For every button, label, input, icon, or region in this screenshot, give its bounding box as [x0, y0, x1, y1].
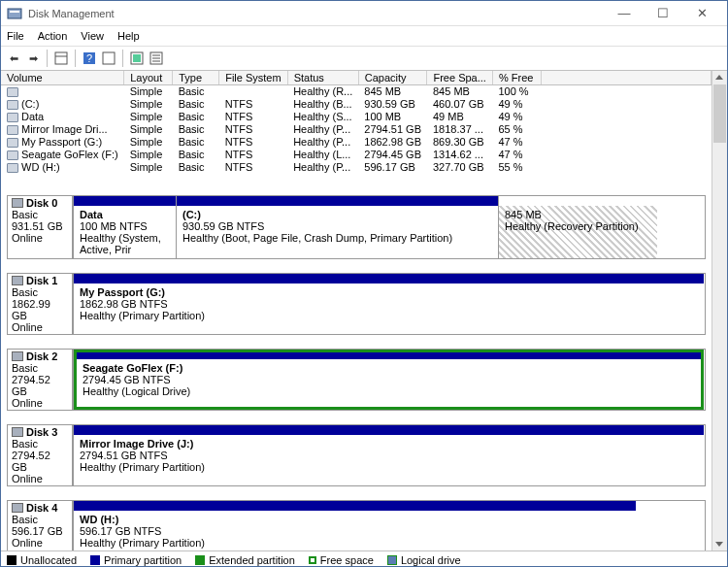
table-row[interactable]: WD (H:)SimpleBasicNTFSHealthy (P...596.1…: [1, 161, 711, 174]
vol-layout: Simple: [124, 161, 173, 174]
vol-free: 460.07 GB: [427, 98, 492, 111]
disk-type: Basic: [12, 514, 68, 525]
disk-info[interactable]: Disk 0Basic931.51 GBOnline: [7, 195, 73, 259]
menu-file[interactable]: File: [7, 30, 24, 42]
disk-row: Disk 2Basic2794.52 GBOnlineSeagate GoFle…: [7, 349, 706, 411]
disk-layout: WD (H:)596.17 GB NTFSHealthy (Primary Pa…: [73, 500, 706, 551]
volume-icon: [7, 163, 18, 173]
titlebar: Disk Management — ☐ ✕: [1, 1, 727, 26]
table-row[interactable]: (C:)SimpleBasicNTFSHealthy (B...930.59 G…: [1, 98, 711, 111]
vol-pct: 100 %: [492, 85, 541, 98]
forward-button[interactable]: ➡: [24, 50, 42, 67]
help-icon[interactable]: ?: [81, 50, 98, 67]
table-row[interactable]: Mirror Image Dri...SimpleBasicNTFSHealth…: [1, 123, 711, 136]
menu-view[interactable]: View: [81, 30, 104, 42]
col-status[interactable]: Status: [287, 71, 358, 85]
table-row[interactable]: SimpleBasicHealthy (R...845 MB845 MB100 …: [1, 85, 711, 98]
vol-name: Mirror Image Dri...: [21, 123, 108, 135]
swatch-logical: [387, 555, 397, 565]
refresh-icon[interactable]: [128, 50, 146, 67]
disk-layout: My Passport (G:)1862.98 GB NTFSHealthy (…: [73, 273, 706, 335]
col-freespace[interactable]: Free Spa...: [427, 71, 492, 85]
col-capacity[interactable]: Capacity: [358, 71, 427, 85]
table-row[interactable]: DataSimpleBasicNTFSHealthy (S...100 MB49…: [1, 111, 711, 123]
vol-cap: 596.17 GB: [358, 161, 427, 174]
vol-fs: NTFS: [219, 161, 287, 174]
vol-fs: [219, 85, 287, 98]
vol-cap: 2794.45 GB: [358, 149, 427, 161]
disk-icon: [12, 351, 23, 361]
svg-rect-8: [133, 54, 141, 62]
vol-cap: 930.59 GB: [358, 98, 427, 111]
vol-pct: 47 %: [492, 149, 541, 161]
minimize-button[interactable]: —: [605, 6, 644, 20]
col-filesystem[interactable]: File System: [219, 71, 287, 85]
swatch-unallocated: [7, 555, 17, 565]
toolbar: ⬅ ➡ ?: [1, 46, 727, 71]
table-row[interactable]: My Passport (G:)SimpleBasicNTFSHealthy (…: [1, 136, 711, 149]
vol-type: Basic: [173, 85, 219, 98]
partition-name: Seagate GoFlex (F:): [83, 362, 695, 374]
volume-table[interactable]: Volume Layout Type File System Status Ca…: [1, 71, 711, 174]
maximize-button[interactable]: ☐: [644, 6, 682, 20]
toolbar-icon-1[interactable]: [52, 50, 70, 67]
swatch-freespace: [309, 556, 316, 564]
vol-fs: NTFS: [219, 98, 287, 111]
partition-logical[interactable]: Seagate GoFlex (F:)2794.45 GB NTFSHealth…: [73, 350, 704, 410]
back-button[interactable]: ⬅: [5, 50, 22, 67]
col-layout[interactable]: Layout: [124, 71, 173, 85]
table-row[interactable]: Seagate GoFlex (F:)SimpleBasicNTFSHealth…: [1, 149, 711, 161]
legend-primary: Primary partition: [104, 554, 182, 566]
vol-cap: 845 MB: [358, 85, 427, 98]
partition[interactable]: 845 MBHealthy (Recovery Partition): [498, 196, 657, 258]
partition[interactable]: My Passport (G:)1862.98 GB NTFSHealthy (…: [73, 274, 704, 334]
partition-size: 930.59 GB NTFS: [182, 220, 492, 232]
partition-name: Data: [80, 209, 170, 220]
vol-pct: 65 %: [492, 123, 541, 136]
partition[interactable]: (C:)930.59 GB NTFSHealthy (Boot, Page Fi…: [176, 196, 498, 258]
svg-text:?: ?: [86, 52, 92, 64]
vol-cap: 2794.51 GB: [358, 123, 427, 136]
partition[interactable]: Data100 MB NTFSHealthy (System, Active, …: [73, 196, 176, 258]
window-title: Disk Management: [28, 8, 115, 19]
svg-rect-1: [10, 11, 19, 13]
vol-type: Basic: [173, 123, 219, 136]
toolbar-icon-5[interactable]: [148, 50, 165, 67]
partition[interactable]: Mirror Image Drive (J:)2794.51 GB NTFSHe…: [73, 425, 704, 485]
vol-fs: NTFS: [219, 149, 287, 161]
disk-info[interactable]: Disk 2Basic2794.52 GBOnline: [7, 349, 73, 411]
partition-status: Healthy (Recovery Partition): [505, 220, 651, 232]
menu-action[interactable]: Action: [38, 30, 68, 42]
close-button[interactable]: ✕: [682, 6, 721, 20]
disk-label: Disk 3: [26, 426, 57, 438]
volume-icon: [7, 87, 18, 97]
disk-info[interactable]: Disk 1Basic1862.99 GBOnline: [7, 273, 73, 335]
vol-status: Healthy (P...: [287, 161, 358, 174]
vol-status: Healthy (P...: [287, 123, 358, 136]
disk-layout: Mirror Image Drive (J:)2794.51 GB NTFSHe…: [73, 424, 706, 486]
vol-fs: NTFS: [219, 123, 287, 136]
vol-type: Basic: [173, 149, 219, 161]
disk-label: Disk 2: [26, 350, 57, 362]
vertical-scrollbar[interactable]: [711, 71, 727, 550]
vol-type: Basic: [173, 161, 219, 174]
partition-status: Healthy (Logical Drive): [83, 385, 695, 397]
svg-rect-0: [8, 9, 21, 18]
toolbar-icon-3[interactable]: [100, 50, 117, 67]
partition-name: My Passport (G:): [80, 286, 698, 298]
col-type[interactable]: Type: [173, 71, 219, 85]
disk-size: 596.17 GB: [12, 525, 68, 537]
partition[interactable]: WD (H:)596.17 GB NTFSHealthy (Primary Pa…: [73, 501, 636, 551]
menu-help[interactable]: Help: [117, 30, 140, 42]
vol-pct: 55 %: [492, 161, 541, 174]
vol-free: 869.30 GB: [427, 136, 492, 149]
disk-info[interactable]: Disk 4Basic596.17 GBOnline: [7, 500, 73, 551]
disk-layout: Seagate GoFlex (F:)2794.45 GB NTFSHealth…: [73, 349, 706, 411]
disk-info[interactable]: Disk 3Basic2794.52 GBOnline: [7, 424, 73, 486]
vol-fs: NTFS: [219, 111, 287, 123]
vol-free: 1314.62 ...: [427, 149, 492, 161]
vol-status: Healthy (P...: [287, 136, 358, 149]
col-pctfree[interactable]: % Free: [492, 71, 541, 85]
disk-row: Disk 3Basic2794.52 GBOnlineMirror Image …: [7, 424, 706, 486]
col-volume[interactable]: Volume: [1, 71, 124, 85]
